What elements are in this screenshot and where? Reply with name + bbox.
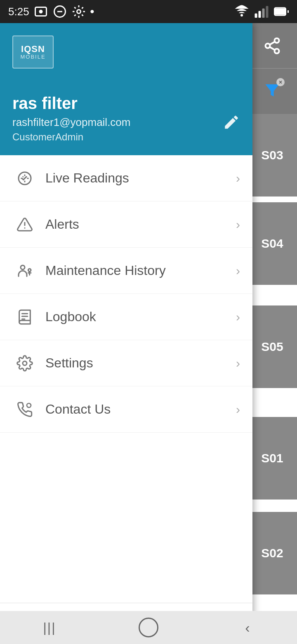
photo-icon — [33, 4, 48, 19]
sidebar-item-contact-us[interactable]: Contact Us › — [0, 386, 252, 433]
back-icon: ‹ — [245, 620, 250, 636]
settings-label: Settings — [45, 355, 236, 371]
home-icon — [139, 618, 158, 637]
svg-point-27 — [23, 361, 27, 365]
back-button[interactable]: ‹ — [223, 615, 272, 640]
live-readings-label: Live Readings — [45, 170, 236, 186]
navigation-bar: ||| ‹ — [0, 611, 297, 644]
status-bar: 5:25 • — [0, 0, 297, 23]
home-button[interactable] — [124, 615, 173, 640]
app-logo: IQSN MOBILE — [12, 36, 54, 69]
sidebar-item-settings[interactable]: Settings › — [0, 340, 252, 386]
chevron-right-icon: › — [236, 356, 240, 370]
chevron-right-icon: › — [236, 264, 240, 278]
chevron-right-icon: › — [236, 171, 240, 185]
svg-line-17 — [270, 41, 275, 44]
user-role: CustomerAdmin — [12, 131, 240, 143]
user-email: rashfilter1@yopmail.com — [12, 116, 240, 129]
svg-point-28 — [27, 403, 31, 407]
contact-icon — [12, 401, 37, 418]
sidebar-item-live-readings[interactable]: Live Readings › — [0, 155, 252, 201]
recent-apps-icon: ||| — [43, 620, 56, 635]
minus-circle-icon — [52, 4, 67, 19]
svg-rect-6 — [255, 14, 257, 18]
svg-rect-8 — [262, 9, 265, 18]
status-icons-right — [234, 4, 289, 19]
chevron-right-icon: › — [236, 218, 240, 232]
chevron-right-icon: › — [236, 310, 240, 324]
logbook-icon — [12, 309, 37, 325]
contact-us-label: Contact Us — [45, 402, 236, 417]
sidebar-item-maintenance-history[interactable]: Maintenance History › — [0, 248, 252, 294]
time-display: 5:25 — [8, 5, 29, 18]
navigation-drawer: IQSN MOBILE ras filter rashfilter1@yopma… — [0, 23, 252, 644]
signal-icon — [254, 4, 269, 19]
wifi-icon — [234, 4, 249, 19]
live-readings-icon — [12, 170, 37, 187]
svg-point-21 — [21, 265, 25, 269]
sensor-s04: S04 — [248, 202, 297, 285]
alerts-icon — [12, 216, 37, 233]
share-icon — [263, 37, 281, 55]
sensor-s03: S03 — [248, 114, 297, 197]
user-name: ras filter — [12, 94, 240, 113]
svg-point-4 — [77, 10, 80, 14]
logo-text-mobile: MOBILE — [20, 54, 45, 60]
sensor-s02: S02 — [248, 512, 297, 594]
sidebar-item-alerts[interactable]: Alerts › — [0, 201, 252, 248]
battery-icon — [274, 4, 289, 19]
svg-rect-12 — [276, 9, 285, 14]
svg-rect-7 — [259, 11, 261, 18]
drawer-header: IQSN MOBILE ras filter rashfilter1@yopma… — [0, 23, 252, 155]
sidebar-item-logbook[interactable]: Logbook › — [0, 294, 252, 340]
alerts-label: Alerts — [45, 217, 236, 232]
drawer-menu: Live Readings › Alerts › Maintenance His… — [0, 155, 252, 603]
status-time: 5:25 • — [8, 4, 94, 19]
logo-text-iqsn: IQSN — [21, 45, 45, 54]
settings-icon-status — [71, 4, 86, 19]
svg-point-1 — [39, 10, 42, 14]
maintenance-history-icon — [12, 263, 37, 279]
chevron-right-icon: › — [236, 402, 240, 417]
recent-apps-button[interactable]: ||| — [25, 615, 74, 640]
sensor-s05: S05 — [248, 305, 297, 388]
svg-line-16 — [270, 47, 275, 50]
logbook-label: Logbook — [45, 309, 236, 324]
filter-button[interactable]: × — [248, 69, 297, 114]
edit-profile-button[interactable] — [223, 114, 240, 135]
sensor-s01: S01 — [248, 417, 297, 500]
share-button[interactable] — [248, 23, 297, 69]
svg-rect-9 — [266, 6, 269, 18]
maintenance-history-label: Maintenance History — [45, 263, 236, 278]
svg-point-5 — [240, 14, 243, 17]
settings-menu-icon — [12, 355, 37, 372]
